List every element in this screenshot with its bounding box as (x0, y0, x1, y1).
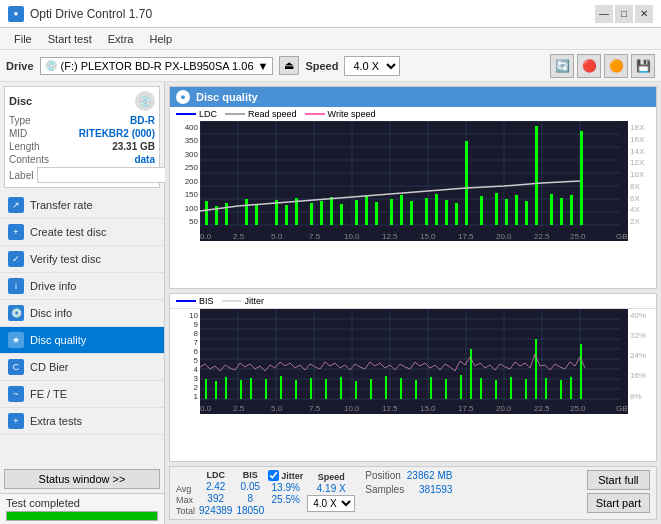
svg-rect-27 (285, 205, 288, 225)
length-label: Length (9, 141, 40, 152)
maximize-button[interactable]: □ (615, 5, 633, 23)
bis-col: BIS 0.05 8 18050 (236, 470, 264, 516)
label-input[interactable] (37, 167, 172, 183)
sidebar-item-extra-tests[interactable]: + Extra tests (0, 408, 164, 435)
sidebar-item-verify-test-disc[interactable]: ✓ Verify test disc (0, 246, 164, 273)
settings-button2[interactable]: 🟠 (604, 54, 628, 78)
svg-rect-101 (415, 380, 417, 399)
svg-rect-100 (400, 378, 402, 399)
position-col: Position 23862 MB Samples 381593 (365, 470, 452, 495)
samples-row: Samples 381593 (365, 484, 452, 495)
transfer-rate-label: Transfer rate (30, 199, 93, 211)
transfer-rate-icon: ↗ (8, 197, 24, 213)
svg-rect-89 (240, 380, 242, 399)
nav-items: ↗ Transfer rate + Create test disc ✓ Ver… (0, 192, 164, 435)
svg-rect-36 (390, 199, 393, 225)
svg-text:17.5: 17.5 (458, 404, 474, 413)
position-row: Position 23862 MB (365, 470, 452, 481)
jitter-col: Jitter 13.9% 25.5% (268, 470, 303, 516)
minimize-button[interactable]: — (595, 5, 613, 23)
drive-label: Drive (6, 60, 34, 72)
svg-rect-95 (325, 379, 327, 399)
cd-bier-label: CD Bier (30, 361, 69, 373)
svg-text:5.0: 5.0 (271, 404, 283, 413)
svg-rect-87 (215, 381, 217, 399)
max-jitter: 25.5% (272, 494, 300, 505)
jitter-checkbox[interactable] (268, 470, 279, 481)
settings-button1[interactable]: 🔴 (577, 54, 601, 78)
extra-tests-icon: + (8, 413, 24, 429)
svg-text:22.5: 22.5 (534, 404, 550, 413)
sidebar-item-disc-quality[interactable]: ★ Disc quality (0, 327, 164, 354)
svg-rect-103 (445, 379, 447, 399)
content-area: ● Disc quality LDC Read speed Write spee… (165, 82, 661, 524)
svg-rect-46 (505, 199, 508, 225)
max-ldc: 392 (207, 493, 224, 504)
status-window-button[interactable]: Status window >> (4, 469, 160, 489)
position-label: Position (365, 470, 401, 481)
chart-header-1: ● Disc quality (170, 87, 656, 107)
samples-value: 381593 (419, 484, 452, 495)
svg-text:12.5: 12.5 (382, 232, 398, 241)
ldc-color (176, 113, 196, 115)
status-text: Test completed (6, 497, 80, 509)
eject-button[interactable]: ⏏ (279, 56, 299, 75)
svg-rect-38 (410, 201, 413, 225)
svg-rect-42 (455, 203, 458, 225)
menu-start-test[interactable]: Start test (42, 31, 98, 47)
disc-quality-icon: ★ (8, 332, 24, 348)
speed-label: Speed (305, 60, 338, 72)
max-bis: 8 (248, 493, 254, 504)
cd-bier-icon: C (8, 359, 24, 375)
create-test-disc-icon: + (8, 224, 24, 240)
refresh-button[interactable]: 🔄 (550, 54, 574, 78)
svg-rect-107 (495, 380, 497, 399)
close-button[interactable]: ✕ (635, 5, 653, 23)
sidebar-item-transfer-rate[interactable]: ↗ Transfer rate (0, 192, 164, 219)
progress-bar (7, 512, 157, 520)
start-full-button[interactable]: Start full (587, 470, 650, 490)
save-button[interactable]: 💾 (631, 54, 655, 78)
svg-text:10.0: 10.0 (344, 404, 360, 413)
svg-rect-51 (560, 198, 563, 225)
sidebar-item-disc-info[interactable]: 💿 Disc info (0, 300, 164, 327)
sidebar-item-cd-bier[interactable]: C CD Bier (0, 354, 164, 381)
legend-ldc-label: LDC (199, 109, 217, 119)
drive-selector[interactable]: 💿 (F:) PLEXTOR BD-R PX-LB950SA 1.06 ▼ (40, 57, 274, 75)
menu-help[interactable]: Help (143, 31, 178, 47)
svg-text:15.0: 15.0 (420, 404, 436, 413)
svg-text:7.5: 7.5 (309, 404, 321, 413)
disc-length-row: Length 23.31 GB (9, 141, 155, 152)
sidebar-item-create-test-disc[interactable]: + Create test disc (0, 219, 164, 246)
start-part-button[interactable]: Start part (587, 493, 650, 513)
svg-rect-105 (470, 349, 472, 399)
speed-col-dropdown[interactable]: 4.0 X 2.0 X 1.0 X (307, 495, 355, 512)
menu-extra[interactable]: Extra (102, 31, 140, 47)
extra-tests-label: Extra tests (30, 415, 82, 427)
jitter-header: Jitter (281, 471, 303, 481)
svg-text:2.5: 2.5 (233, 232, 245, 241)
svg-text:15.0: 15.0 (420, 232, 436, 241)
svg-text:0.0: 0.0 (200, 404, 212, 413)
length-value: 23.31 GB (112, 141, 155, 152)
disc-info-label: Disc info (30, 307, 72, 319)
sidebar-item-fe-te[interactable]: ~ FE / TE (0, 381, 164, 408)
chart1-body: 400 350 300 250 200 150 100 50 (170, 121, 656, 241)
app-icon: ● (8, 6, 24, 22)
progress-bar-container (6, 511, 158, 521)
stats-row-labels: Avg Max Total (176, 470, 195, 516)
jitter-color (222, 300, 242, 302)
svg-rect-34 (365, 196, 368, 225)
toolbar: Drive 💿 (F:) PLEXTOR BD-R PX-LB950SA 1.0… (0, 50, 661, 82)
chart-panel-2: BIS Jitter 10 9 8 7 6 5 4 3 2 (169, 293, 657, 462)
menu-file[interactable]: File (8, 31, 38, 47)
total-bis: 18050 (236, 505, 264, 516)
disc-panel-icon: 💿 (135, 91, 155, 111)
sidebar-item-drive-info[interactable]: i Drive info (0, 273, 164, 300)
chart1-svg: 0.0 2.5 5.0 7.5 10.0 12.5 15.0 17.5 20.0… (200, 121, 628, 241)
svg-rect-66 (200, 309, 628, 414)
ldc-col: LDC 2.42 392 924389 (199, 470, 232, 516)
titlebar-left: ● Opti Drive Control 1.70 (8, 6, 152, 22)
speed-select[interactable]: 4.0 X 2.0 X 1.0 X (344, 56, 400, 76)
svg-rect-104 (460, 375, 462, 399)
